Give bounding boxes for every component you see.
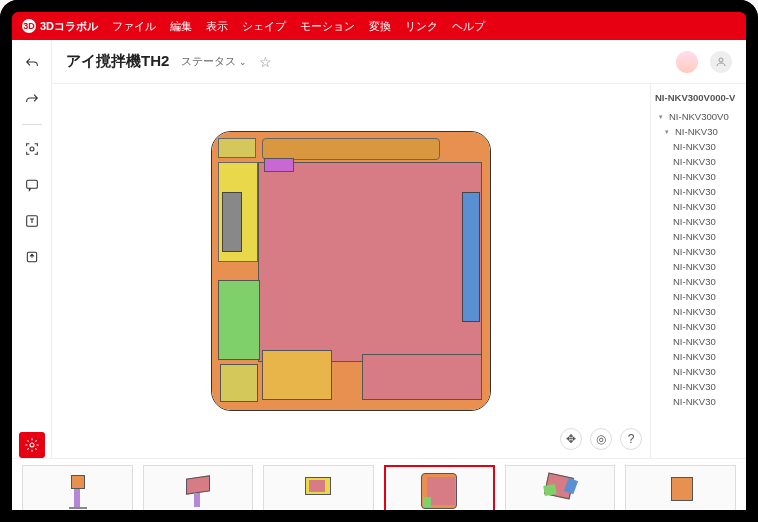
text-button[interactable] <box>20 209 44 233</box>
reset-view-button[interactable]: ◎ <box>590 428 612 450</box>
tree-item[interactable]: NI-NKV30 <box>655 214 742 229</box>
tree-item[interactable]: NI-NKV30 <box>655 154 742 169</box>
comment-button[interactable] <box>20 173 44 197</box>
menu-link[interactable]: リンク <box>405 19 438 34</box>
model-view <box>211 131 491 411</box>
chevron-icon: ▾ <box>665 128 672 136</box>
thumbnail[interactable] <box>263 465 374 517</box>
undo-button[interactable] <box>20 52 44 76</box>
share-button[interactable] <box>710 51 732 73</box>
svg-point-4 <box>30 443 34 447</box>
menu-transform[interactable]: 変換 <box>369 19 391 34</box>
pan-button[interactable]: ✥ <box>560 428 582 450</box>
doc-title: アイ撹拌機TH2 <box>66 52 169 71</box>
chevron-down-icon: ⌄ <box>239 57 247 67</box>
tree-root[interactable]: NI-NKV300V000-V <box>655 92 742 103</box>
thumbnail[interactable] <box>384 465 495 517</box>
tree-item[interactable]: NI-NKV30 <box>655 274 742 289</box>
thumbnail[interactable] <box>143 465 254 517</box>
menu-shape[interactable]: シェイプ <box>242 19 286 34</box>
tree-item[interactable]: NI-NKV30 <box>655 169 742 184</box>
tree-item[interactable]: NI-NKV30 <box>655 199 742 214</box>
redo-button[interactable] <box>20 88 44 112</box>
tree-item[interactable]: NI-NKV30 <box>655 244 742 259</box>
thumbnail[interactable] <box>625 465 736 517</box>
menu-help[interactable]: ヘルプ <box>452 19 485 34</box>
tree-item[interactable]: NI-NKV30 <box>655 289 742 304</box>
svg-point-5 <box>719 58 723 62</box>
tree-item[interactable]: NI-NKV30 <box>655 184 742 199</box>
svg-rect-1 <box>26 180 37 188</box>
menubar: 3D 3Dコラボル ファイル 編集 表示 シェイプ モーション 変換 リンク ヘ… <box>12 12 746 40</box>
star-button[interactable]: ☆ <box>259 54 272 70</box>
tree-item[interactable]: NI-NKV30 <box>655 229 742 244</box>
app-logo[interactable]: 3D 3Dコラボル <box>22 19 98 34</box>
thumbnail[interactable] <box>505 465 616 517</box>
thumbnail-strip <box>12 458 746 522</box>
left-toolbar <box>12 40 52 458</box>
tree-item[interactable]: NI-NKV30 <box>655 259 742 274</box>
menu-view[interactable]: 表示 <box>206 19 228 34</box>
tree-item[interactable]: NI-NKV30 <box>655 394 742 409</box>
canvas-controls: ✥ ◎ ? <box>560 428 642 450</box>
svg-point-0 <box>30 147 34 151</box>
tree-item[interactable]: NI-NKV30 <box>655 319 742 334</box>
tree-item[interactable]: ▾NI-NKV30 <box>655 124 742 139</box>
status-dropdown[interactable]: ステータス ⌄ <box>181 54 247 69</box>
app-name: 3Dコラボル <box>40 19 98 34</box>
tree-item[interactable]: NI-NKV30 <box>655 304 742 319</box>
menu-edit[interactable]: 編集 <box>170 19 192 34</box>
export-button[interactable] <box>20 245 44 269</box>
model-tree: NI-NKV300V000-V ▾NI-NKV300V0▾NI-NKV30NI-… <box>650 84 746 458</box>
tree-item[interactable]: NI-NKV30 <box>655 349 742 364</box>
3d-canvas[interactable]: ✥ ◎ ? <box>52 84 650 458</box>
thumbnail[interactable] <box>22 465 133 517</box>
tree-item[interactable]: NI-NKV30 <box>655 379 742 394</box>
logo-icon: 3D <box>22 19 36 33</box>
settings-button[interactable] <box>19 432 45 458</box>
help-button[interactable]: ? <box>620 428 642 450</box>
doc-header: アイ撹拌機TH2 ステータス ⌄ ☆ <box>52 40 746 84</box>
tree-item[interactable]: NI-NKV30 <box>655 334 742 349</box>
chevron-icon: ▾ <box>659 113 666 121</box>
menu-motion[interactable]: モーション <box>300 19 355 34</box>
focus-button[interactable] <box>20 137 44 161</box>
tree-item[interactable]: ▾NI-NKV300V0 <box>655 109 742 124</box>
tree-item[interactable]: NI-NKV30 <box>655 139 742 154</box>
menu-file[interactable]: ファイル <box>112 19 156 34</box>
tree-item[interactable]: NI-NKV30 <box>655 364 742 379</box>
divider <box>22 124 42 125</box>
user-avatar[interactable] <box>676 51 698 73</box>
